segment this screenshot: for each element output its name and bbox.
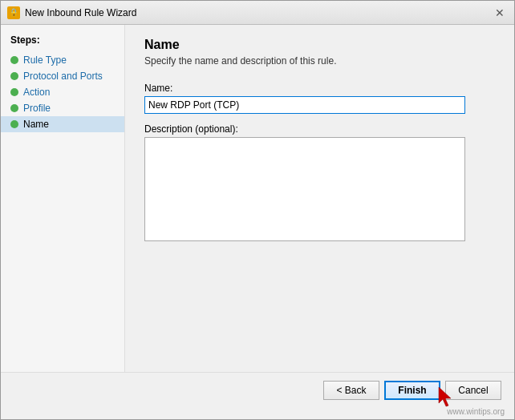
sidebar-item-protocol-ports[interactable]: Protocol and Ports [1, 68, 124, 84]
wizard-window: 🔒 New Inbound Rule Wizard ✕ Steps: Rule … [0, 0, 515, 420]
name-label: Name: [144, 83, 495, 94]
finish-button[interactable]: Finish [384, 381, 440, 400]
right-panel: Name Specify the name and description of… [125, 25, 514, 372]
footer-buttons: < Back Finish Cancel [323, 381, 501, 400]
step-dot-profile [10, 104, 18, 112]
description-textarea[interactable] [144, 137, 465, 241]
name-input[interactable] [144, 96, 465, 114]
close-button[interactable]: ✕ [492, 5, 508, 21]
footer: < Back Finish Cancel www.wintips.org [1, 372, 514, 419]
step-label-action: Action [23, 87, 50, 98]
steps-label: Steps: [1, 34, 124, 52]
sidebar-item-profile[interactable]: Profile [1, 100, 124, 116]
sidebar-item-action[interactable]: Action [1, 84, 124, 100]
page-subtitle: Specify the name and description of this… [144, 55, 495, 67]
cancel-button[interactable]: Cancel [445, 381, 501, 400]
step-label-name: Name [23, 119, 49, 130]
steps-panel: Steps: Rule Type Protocol and Ports Acti… [1, 25, 125, 372]
sidebar-item-name[interactable]: Name [1, 116, 124, 132]
window-icon: 🔒 [7, 6, 20, 19]
description-label: Description (optional): [144, 123, 495, 135]
step-dot-protocol-ports [10, 72, 18, 80]
sidebar-item-rule-type[interactable]: Rule Type [1, 52, 124, 68]
step-label-protocol-ports: Protocol and Ports [23, 71, 103, 82]
title-bar: 🔒 New Inbound Rule Wizard ✕ [1, 1, 514, 25]
content-area: Steps: Rule Type Protocol and Ports Acti… [1, 25, 514, 372]
step-dot-rule-type [10, 56, 18, 64]
watermark: www.wintips.org [447, 407, 505, 416]
form-area: Name: Description (optional): [144, 83, 495, 359]
step-label-rule-type: Rule Type [23, 55, 67, 66]
page-title: Name [144, 38, 495, 52]
title-bar-left: 🔒 New Inbound Rule Wizard [7, 6, 136, 19]
back-button[interactable]: < Back [323, 381, 379, 400]
window-title: New Inbound Rule Wizard [25, 7, 136, 18]
step-dot-name [10, 120, 18, 128]
step-label-profile: Profile [23, 103, 51, 114]
step-dot-action [10, 88, 18, 96]
